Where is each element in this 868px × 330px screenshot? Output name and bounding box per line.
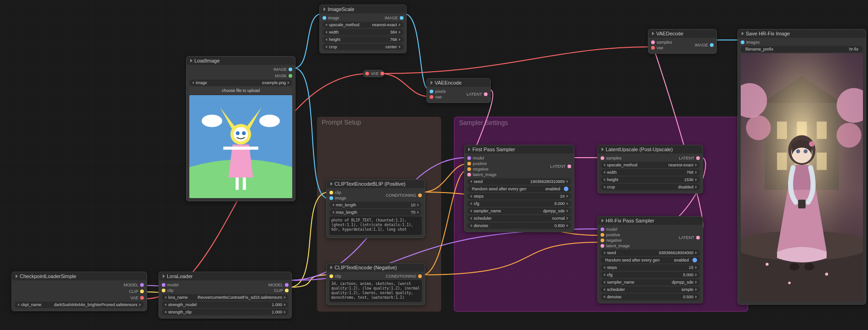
widget-sampler-name[interactable]: sampler_namedpmpp_sde: [467, 208, 571, 214]
negative-prompt-text[interactable]: 3d, cartoon, anime, sketches, (worst qua…: [329, 280, 422, 302]
widget-seed[interactable]: seed190366280310989: [467, 178, 571, 185]
arrow-right-icon[interactable]: [284, 311, 286, 313]
widget-crop[interactable]: cropcenter: [323, 44, 403, 50]
widget-random-seed[interactable]: Random seed after every genenabled: [467, 186, 571, 192]
arrow-right-icon[interactable]: [567, 210, 568, 212]
node-latent-upscale[interactable]: LatentUpscale (Post-Upscale) samples LAT…: [597, 145, 703, 193]
port-latent-out[interactable]: [484, 92, 488, 96]
collapse-icon[interactable]: [163, 274, 165, 278]
port-image-out[interactable]: [289, 68, 292, 71]
widget-denoise[interactable]: denoise0.500: [601, 294, 700, 300]
port-model-out[interactable]: [285, 283, 289, 287]
port-vae-out[interactable]: [380, 72, 384, 75]
node-header[interactable]: HR-Fix Pass Sampler: [598, 216, 703, 225]
widget-steps[interactable]: steps24: [467, 193, 571, 199]
collapse-icon[interactable]: [742, 32, 744, 35]
port-images-in[interactable]: [741, 40, 744, 44]
arrow-right-icon[interactable]: [417, 204, 419, 206]
arrow-right-icon[interactable]: [567, 224, 568, 227]
port-latent-in[interactable]: [601, 244, 604, 248]
port-image-out[interactable]: [400, 16, 403, 20]
node-header[interactable]: First Pass Sampler: [465, 145, 574, 154]
collapse-icon[interactable]: [431, 81, 433, 85]
widget-ckpt-name[interactable]: ckpt_namedarkSushiMixMix_brighterPruned.…: [15, 302, 144, 308]
widget-width[interactable]: width384: [323, 29, 403, 35]
widget-scheduler[interactable]: schedulernormal: [467, 215, 571, 222]
upload-button[interactable]: choose file to upload: [189, 87, 292, 94]
arrow-right-icon[interactable]: [695, 186, 697, 188]
positive-prompt-text[interactable]: photo of BLIP_TEXT, (haunted:1.2), (ghos…: [329, 216, 422, 235]
node-clip-negative[interactable]: CLIPTextEncode (Negative) clip CONDITION…: [326, 263, 425, 305]
port-model-in[interactable]: [601, 228, 604, 231]
widget-sampler-name[interactable]: sampler_namedpmpp_sde: [601, 279, 700, 285]
port-positive-in[interactable]: [467, 162, 471, 165]
port-vae-in[interactable]: [430, 95, 433, 99]
arrow-right-icon[interactable]: [695, 171, 697, 174]
arrow-right-icon[interactable]: [417, 211, 419, 214]
arrow-right-icon[interactable]: [288, 81, 289, 84]
port-latent-out[interactable]: [696, 156, 700, 160]
node-vae-decode[interactable]: VAEDecode samples vae IMAGE: [648, 29, 717, 54]
node-vae-encode[interactable]: VAEEncode pixels vae LATENT: [426, 78, 491, 103]
arrow-right-icon[interactable]: [695, 251, 697, 254]
arrow-right-icon[interactable]: [695, 273, 697, 276]
widget-height[interactable]: height768: [323, 36, 403, 43]
port-pixels-in[interactable]: [430, 90, 433, 93]
widget-scheduler[interactable]: schedulersimple: [601, 286, 700, 293]
port-model-in[interactable]: [467, 156, 471, 160]
arrow-right-icon[interactable]: [567, 195, 568, 198]
widget-random-seed[interactable]: Random seed after every genenabled: [601, 257, 700, 263]
port-clip-in[interactable]: [162, 289, 165, 292]
widget-cfg[interactable]: cfg5.000: [601, 272, 700, 278]
widget-image-file[interactable]: imageexample.png: [189, 80, 292, 86]
port-latent-out[interactable]: [696, 236, 700, 239]
widget-upscale-method[interactable]: upscale_methodnearest-exact: [601, 162, 700, 168]
port-image-out[interactable]: [710, 43, 714, 47]
port-latent-out[interactable]: [567, 165, 571, 168]
port-clip-in[interactable]: [329, 274, 333, 278]
collapse-icon[interactable]: [323, 7, 326, 11]
node-first-pass-sampler[interactable]: First Pass Sampler model positive negati…: [464, 145, 574, 232]
node-hrfix-sampler[interactable]: HR-Fix Pass Sampler model positive negat…: [597, 216, 703, 303]
collapse-icon[interactable]: [330, 182, 333, 186]
collapse-icon[interactable]: [601, 148, 604, 151]
collapse-icon[interactable]: [330, 266, 333, 269]
widget-cfg[interactable]: cfg8.000: [467, 200, 571, 207]
widget-crop[interactable]: cropdisabled: [601, 184, 700, 190]
node-lora-loader[interactable]: LoraLoader model clip MODEL CLIP lora_na…: [159, 272, 292, 319]
port-vae-out[interactable]: [140, 296, 144, 300]
port-vae-in[interactable]: [651, 46, 655, 50]
node-header[interactable]: CLIPTextEncodeBLIP (Positive): [327, 180, 425, 188]
arrow-right-icon[interactable]: [695, 288, 697, 291]
widget-denoise[interactable]: denoise0.800: [467, 222, 571, 229]
widget-min-length[interactable]: min_length10: [329, 202, 422, 208]
arrow-right-icon[interactable]: [695, 281, 697, 284]
collapse-icon[interactable]: [16, 274, 18, 278]
node-clip-positive[interactable]: CLIPTextEncodeBLIP (Positive) clip image…: [326, 179, 425, 238]
arrow-right-icon[interactable]: [567, 180, 568, 183]
node-header[interactable]: LoraLoader: [159, 272, 291, 280]
arrow-right-icon[interactable]: [399, 31, 401, 34]
port-latent-in[interactable]: [467, 173, 471, 176]
reroute-vae[interactable]: VAE: [363, 70, 384, 77]
node-header[interactable]: CLIPTextEncode (Negative): [327, 263, 425, 272]
arrow-right-icon[interactable]: [284, 296, 286, 299]
widget-steps[interactable]: steps15: [601, 264, 700, 271]
port-model-in[interactable]: [162, 283, 165, 287]
port-negative-in[interactable]: [601, 239, 604, 242]
port-cond-out[interactable]: [418, 193, 422, 197]
port-image-in[interactable]: [329, 196, 333, 200]
port-image-in[interactable]: [323, 16, 326, 20]
widget-upscale-method[interactable]: upscale_methodnearest-exact: [323, 22, 403, 28]
port-samples-in[interactable]: [651, 40, 655, 44]
node-header[interactable]: VAEEncode: [427, 79, 490, 87]
collapse-icon[interactable]: [190, 59, 193, 63]
collapse-icon[interactable]: [601, 219, 604, 222]
port-model-out[interactable]: [140, 283, 144, 287]
arrow-right-icon[interactable]: [695, 164, 697, 166]
arrow-right-icon[interactable]: [567, 202, 568, 205]
widget-strength-model[interactable]: strength_model1.000: [162, 302, 289, 308]
node-image-scale[interactable]: ImageScale image IMAGE upscale_methodnea…: [319, 5, 407, 53]
port-negative-in[interactable]: [467, 167, 471, 171]
node-header[interactable]: Save HR-Fix Image: [738, 29, 866, 38]
